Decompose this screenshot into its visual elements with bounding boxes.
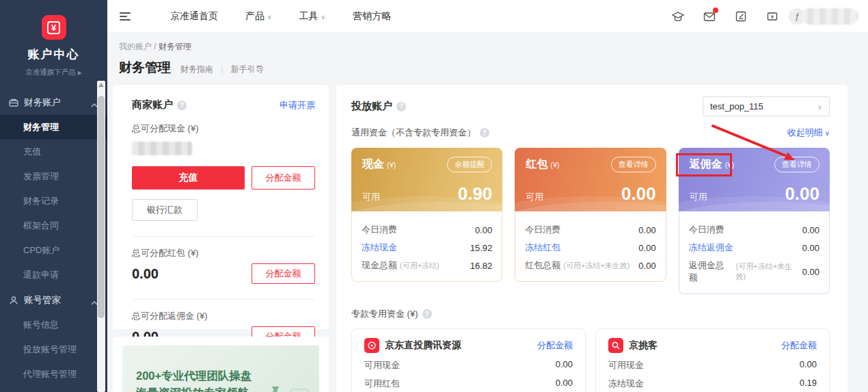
bank-transfer-button[interactable]: 银行汇款 (132, 199, 198, 221)
wallet-yen-icon[interactable]: ¥ (765, 10, 779, 23)
sidebar-item-account-info[interactable]: 账号信息 (0, 313, 107, 337)
agent-promo-card: 200+专业代理团队操盘 海量资深投放专家领航 京牌代理助力您生意增长 投放无忧 (113, 337, 329, 392)
growth-chart-illustration (241, 378, 315, 392)
general-funds-label: 通用资金（不含专款专用资金） (351, 127, 476, 139)
sidebar-item-invoice-management[interactable]: 发票管理 (0, 164, 107, 189)
request-invoice-link[interactable]: 申请开票 (280, 99, 315, 112)
graduation-cap-icon[interactable] (671, 10, 685, 23)
sidebar-item-recharge[interactable]: 充值 (0, 140, 107, 164)
cash-available-value: 0.90 (458, 183, 493, 205)
sidebar-group-label: 财务账户 (24, 96, 91, 109)
yen-icon: ¥ (47, 21, 60, 34)
account-select-dropdown[interactable]: test_pop_115 (703, 96, 830, 116)
finance-guide-link[interactable]: 财务指南 (180, 64, 213, 74)
chevron-down-icon (817, 101, 822, 112)
sidebar-item-framework-contract[interactable]: 框架合同 (0, 213, 107, 238)
special-card-title: 京挑客 (629, 339, 781, 352)
sidebar-item-finance-management[interactable]: 财务管理 (0, 115, 107, 140)
sidebar-group-account-manager[interactable]: 账号管家 (0, 287, 107, 313)
sidebar-item-cpd-account[interactable]: CPD账户 (0, 238, 107, 263)
allocatable-rebate-label: 总可分配返佣金 (¥) (132, 310, 315, 322)
selected-account: test_pop_115 (710, 101, 763, 112)
jd-tencent-resource-card: 京东直投腾讯资源 分配金额 可用现金0.00 可用红包0.00 可用返佣金0.0… (351, 328, 586, 392)
view-details-button[interactable]: 查看详情 (611, 157, 656, 172)
allocate-cash-button[interactable]: 分配金额 (252, 166, 315, 190)
sidebar-subtitle[interactable]: 京准通旗下产品 ▶ (0, 68, 107, 77)
breadcrumb-finance-management: 财务管理 (159, 42, 191, 51)
agent-promo-banner[interactable]: 200+专业代理团队操盘 海量资深投放专家领航 京牌代理助力您生意增长 投放无忧 (122, 345, 319, 392)
chevron-down-icon: ∨ (267, 14, 272, 21)
cash-fund-card: 现金 (¥) 余额提醒 可用 0.90 今日消费0.00 (351, 148, 502, 294)
collapse-menu-icon[interactable] (120, 10, 131, 23)
allocatable-cash-label: 总可分配现金 (¥) (132, 122, 315, 135)
report-icon[interactable] (734, 10, 748, 23)
frozen-redpacket-link[interactable]: 冻结红包 (525, 241, 560, 254)
frozen-rebate-link[interactable]: 冻结返佣金 (689, 241, 733, 254)
redpacket-fund-card: 红包 (¥) 查看详情 可用 0.00 今日消费0.00 (515, 148, 666, 294)
chevron-down-icon: ∨ (321, 14, 326, 21)
special-card-title: 京东直投腾讯资源 (385, 339, 537, 352)
menu-item-home[interactable]: 京准通首页 (170, 10, 218, 23)
target-icon (364, 338, 379, 353)
ad-account-panel: 投放账户 test_pop_115 通用资金（不含专款专用资金） 收起明细 (336, 85, 847, 392)
beginner-guide-link[interactable]: 新手引导 (231, 64, 264, 74)
triangle-right-icon: ▶ (78, 70, 82, 76)
person-icon (8, 295, 19, 306)
sidebar-scrollbar[interactable] (97, 81, 105, 392)
collapse-detail-link[interactable]: 收起明细 (787, 127, 830, 139)
breadcrumb-my-account[interactable]: 我的账户 (119, 42, 152, 51)
menu-item-marketing-strategy[interactable]: 营销方略 (353, 10, 391, 23)
allocatable-redpacket-value: 0.00 (132, 266, 252, 282)
merchant-account-title: 商家账户 (132, 99, 173, 112)
merchant-account-panel: 商家账户 申请开票 总可分配现金 (¥) 充值 分配金额 银行汇款 总可分配红包… (113, 85, 329, 329)
chevron-down-icon (823, 127, 830, 138)
allocate-redpacket-button[interactable]: 分配金额 (252, 263, 315, 284)
account-center-logo-icon: ¥ (42, 15, 66, 40)
rebate-available-value: 0.00 (785, 183, 819, 205)
redpacket-card-title: 红包 (526, 157, 547, 172)
menu-item-tools[interactable]: 工具∨ (299, 10, 326, 23)
jingtaoke-card: 京挑客 分配金额 可用现金0.00 冻结现金0.19 昨日扣费0.00 (595, 328, 830, 392)
help-icon[interactable] (177, 101, 187, 110)
help-icon[interactable] (422, 309, 432, 319)
magnifier-icon (608, 338, 623, 353)
svg-text:¥: ¥ (770, 14, 774, 20)
allocatable-cash-value-redacted (132, 142, 192, 155)
balance-alert-button[interactable]: 余额提醒 (447, 157, 492, 172)
breadcrumb: 我的账户 / 财务管理 (113, 41, 847, 53)
recharge-button[interactable]: 充值 (132, 166, 245, 190)
rebate-card-title: 返佣金 (690, 157, 722, 172)
ad-account-title: 投放账户 (351, 100, 392, 113)
sidebar-group-finance-account[interactable]: 财务账户 (0, 90, 107, 115)
main-content: 我的账户 / 财务管理 财务管理 财务指南 | 新手引导 商家账户 申请开票 总… (107, 33, 868, 392)
view-details-button[interactable]: 查看详情 (774, 157, 819, 172)
username-redacted (801, 8, 858, 25)
frozen-cash-link[interactable]: 冻结现金 (362, 241, 397, 254)
help-icon[interactable] (480, 128, 489, 138)
rebate-fund-card: 返佣金 (¥) 查看详情 可用 0.00 今日消费0.00 (679, 148, 830, 294)
sidebar-item-finance-records[interactable]: 财务记录 (0, 189, 107, 213)
redpacket-available-value: 0.00 (621, 183, 656, 205)
allocatable-redpacket-label: 总可分配红包 (¥) (132, 247, 315, 259)
sidebar-group-label: 账号管家 (24, 294, 91, 306)
special-funds-label: 专款专用资金 (¥) (351, 308, 418, 320)
allocate-amount-link[interactable]: 分配金额 (781, 339, 817, 352)
sidebar-item-account-authorization[interactable]: 账号授权 (0, 387, 107, 392)
top-navigation-bar: 京准通首页 产品∨ 工具∨ 营销方略 ¥ ƒ (107, 0, 868, 33)
user-account-menu[interactable]: ƒ (789, 8, 858, 25)
mail-icon[interactable] (703, 10, 716, 23)
menu-item-products[interactable]: 产品∨ (245, 10, 272, 23)
unread-badge (713, 8, 718, 13)
page-title: 财务管理 (119, 59, 171, 77)
help-icon[interactable] (396, 102, 406, 112)
scrollbar-thumb[interactable] (98, 96, 105, 318)
sidebar: ¥ 账户中心 京准通旗下产品 ▶ 财务账户 财务管理 充值 发票管理 财务记录 … (0, 0, 107, 392)
sidebar-item-refund-request[interactable]: 退款申请 (0, 263, 107, 287)
allocate-amount-link[interactable]: 分配金额 (537, 339, 573, 352)
main-menu: 京准通首页 产品∨ 工具∨ 营销方略 (170, 10, 391, 23)
scroll-up-arrow-icon[interactable] (98, 83, 104, 87)
sidebar-item-ad-account-management[interactable]: 投放账号管理 (0, 337, 107, 362)
sidebar-item-agent-account-management[interactable]: 代理账号管理 (0, 362, 107, 387)
wallet-icon (8, 97, 19, 108)
sidebar-title: 账户中心 (0, 47, 107, 62)
